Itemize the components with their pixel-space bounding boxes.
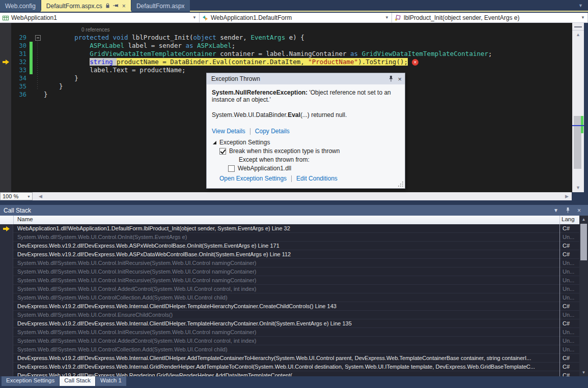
project-dropdown[interactable]: WebApplication1 ▼ (0, 13, 200, 23)
call-stack-frame-row[interactable]: DevExpress.Web.v19.2.dll!DevExpress.Web.… (0, 250, 579, 259)
except-from-checkbox-label: WebApplication1.dll (238, 165, 291, 172)
popup-titlebar[interactable]: Exception Thrown × (207, 73, 405, 84)
call-stack-frame-row[interactable]: System.Web.dll!System.Web.UI.ControlColl… (0, 345, 579, 354)
fold-collapse-button[interactable] (35, 35, 41, 41)
tool-window-tabstrip: Exception Settings Call Stack Watch 1 (0, 376, 588, 388)
frame-name: DevExpress.Web.v19.2.dll!DevExpress.Web.… (14, 242, 559, 250)
scroll-up-icon[interactable]: ▲ (579, 217, 588, 222)
scrollbar-thumb[interactable] (580, 224, 587, 260)
frame-gutter (0, 319, 13, 328)
pin-icon[interactable] (113, 4, 119, 9)
call-stack-frame-row[interactable]: System.Web.dll!System.Web.UI.Control.Add… (0, 337, 579, 345)
tab-watch-1[interactable]: Watch 1 (96, 376, 126, 386)
editor-gutter-cell[interactable] (0, 74, 11, 82)
call-stack-frame-row[interactable]: System.Web.dll!System.Web.UI.Control.Ens… (0, 311, 579, 319)
split-window-handle[interactable] (572, 23, 584, 31)
call-stack-frame-row[interactable]: DevExpress.Web.v19.2.dll!DevExpress.Web.… (0, 302, 579, 311)
class-icon (202, 15, 208, 21)
open-exception-settings-link[interactable]: Open Exception Settings (219, 175, 287, 182)
call-stack-frame-row[interactable]: WebApplication1.dll!WebApplication1.Defa… (0, 224, 579, 233)
call-stack-titlebar[interactable]: Call Stack ▼ × (0, 205, 588, 216)
column-lang[interactable]: Lang (562, 216, 575, 222)
member-dropdown[interactable]: ★ lblProduct_Init(object sender, EventAr… (392, 13, 588, 23)
code-text: protected void lblProduct_Init(object se… (43, 34, 304, 42)
call-stack-frame-row[interactable]: System.Web.dll!System.Web.UI.Control.Add… (0, 285, 579, 293)
frame-name: DevExpress.Web.v19.2.dll!DevExpress.Web.… (14, 302, 559, 311)
frame-gutter (0, 363, 13, 371)
view-details-link[interactable]: View Details (212, 128, 245, 135)
editor-gutter-cell[interactable] (0, 82, 11, 91)
code-line[interactable]: 30 ASPxLabel label = sender as ASPxLabel… (0, 42, 570, 50)
frame-language: C# (559, 363, 579, 371)
code-line[interactable]: 31 GridViewDataItemTemplateContainer con… (0, 50, 570, 58)
copy-details-link[interactable]: Copy Details (255, 128, 290, 135)
frame-gutter (0, 345, 13, 354)
frame-gutter (0, 293, 13, 302)
editor-gutter-cell[interactable] (0, 42, 11, 50)
edit-conditions-link[interactable]: Edit Conditions (296, 175, 338, 182)
call-stack-frame-row[interactable]: System.Web.dll!System.Web.UI.Control.Ini… (0, 259, 579, 267)
break-checkbox-row[interactable]: Break when this exception type is thrown (219, 147, 400, 155)
except-from-checkbox-box[interactable] (228, 165, 235, 172)
break-checkbox-box[interactable] (219, 148, 226, 155)
pin-icon[interactable] (566, 207, 570, 214)
tab-exception-settings[interactable]: Exception Settings (2, 376, 59, 386)
tab-overflow-chevron-icon[interactable]: ▼ (573, 0, 588, 11)
pin-icon[interactable] (388, 76, 394, 82)
call-stack-frame-row[interactable]: System.Web.dll!System.Web.UI.Control.Ini… (0, 276, 579, 285)
call-stack-frame-row[interactable]: DevExpress.Web.v19.2.dll!DevExpress.Web.… (0, 354, 579, 363)
editor-gutter-cell[interactable] (0, 91, 11, 99)
zoom-level-dropdown[interactable]: 100 % ▼ (0, 192, 33, 200)
tab-label: DefaultForm.aspx (136, 3, 185, 10)
scroll-right-icon[interactable]: ▶ (565, 194, 569, 199)
fold-margin (33, 74, 43, 82)
call-stack-scrollbar[interactable]: ▲ ▼ (579, 216, 588, 376)
exception-settings-expander[interactable]: Exception Settings (213, 139, 400, 146)
call-stack-frame-row[interactable]: System.Web.dll!System.Web.UI.Control.Ini… (0, 328, 579, 337)
frame-gutter (0, 242, 13, 250)
column-name[interactable]: Name (17, 216, 33, 222)
member-name: lblProduct_Init(object sender, EventArgs… (404, 14, 519, 21)
code-line[interactable]: 29 protected void lblProduct_Init(object… (0, 34, 570, 42)
scroll-left-icon[interactable]: ◀ (39, 194, 42, 199)
line-number: 31 (11, 50, 30, 58)
code-line[interactable]: 32 string productName = DataBinder.Eval(… (0, 58, 570, 66)
tab-web-config[interactable]: Web.config (0, 0, 41, 12)
tab-call-stack[interactable]: Call Stack (60, 376, 95, 386)
editor-vertical-scrollbar[interactable]: ▲ ▼ (572, 23, 584, 192)
panel-splitter[interactable] (0, 200, 588, 205)
frame-name: System.Web.dll!System.Web.UI.Control.Ens… (14, 311, 559, 319)
except-from-checkbox-row[interactable]: WebApplication1.dll (228, 165, 400, 172)
tab-defaultform-aspx[interactable]: DefaultForm.aspx (131, 0, 190, 12)
close-icon[interactable]: × (398, 75, 402, 83)
exception-error-icon[interactable]: × (412, 59, 418, 66)
scroll-up-icon[interactable]: ▲ (572, 32, 584, 37)
close-icon[interactable]: × (122, 3, 126, 9)
scroll-down-icon[interactable]: ▼ (572, 185, 584, 190)
scroll-down-icon[interactable]: ▼ (579, 370, 588, 375)
scrollbar-thumb[interactable] (574, 116, 581, 169)
codelens-references[interactable]: 0 references (0, 26, 570, 34)
frame-language: C# (559, 250, 579, 259)
call-stack-frame-row[interactable]: DevExpress.Web.v19.2.dll!DevExpress.Web.… (0, 371, 579, 376)
code-text: ASPxLabel label = sender as ASPxLabel; (43, 42, 235, 50)
frame-gutter (0, 371, 13, 376)
call-stack-frame-row[interactable]: System.Web.dll!System.Web.UI.ControlColl… (0, 293, 579, 302)
call-stack-frame-row[interactable]: DevExpress.Web.v19.2.dll!DevExpress.Web.… (0, 242, 579, 250)
call-stack-column-header[interactable]: Name Lang (0, 216, 579, 224)
close-icon[interactable]: × (577, 207, 581, 214)
call-stack-frame-row[interactable]: DevExpress.Web.v19.2.dll!DevExpress.Web.… (0, 319, 579, 328)
editor-gutter-cell[interactable] (0, 58, 11, 66)
editor-gutter-cell[interactable] (0, 66, 11, 74)
call-stack-frame-row[interactable]: System.Web.dll!System.Web.UI.Control.Ini… (0, 267, 579, 276)
type-dropdown[interactable]: WebApplication1.DefaultForm ▼ (200, 13, 392, 23)
tab-defaultform-aspx-cs[interactable]: DefaultForm.aspx.cs × (41, 0, 131, 12)
resize-grip[interactable] (398, 182, 404, 188)
window-menu-chevron-icon[interactable]: ▼ (553, 207, 558, 213)
type-name: WebApplication1.DefaultForm (211, 14, 292, 21)
editor-gutter-cell[interactable] (0, 50, 11, 58)
editor-gutter-cell[interactable] (0, 34, 11, 42)
frame-language: Un... (559, 233, 579, 242)
call-stack-frame-row[interactable]: System.Web.dll!System.Web.UI.Control.OnI… (0, 233, 579, 242)
call-stack-frame-row[interactable]: DevExpress.Web.v19.2.dll!DevExpress.Web.… (0, 363, 579, 371)
